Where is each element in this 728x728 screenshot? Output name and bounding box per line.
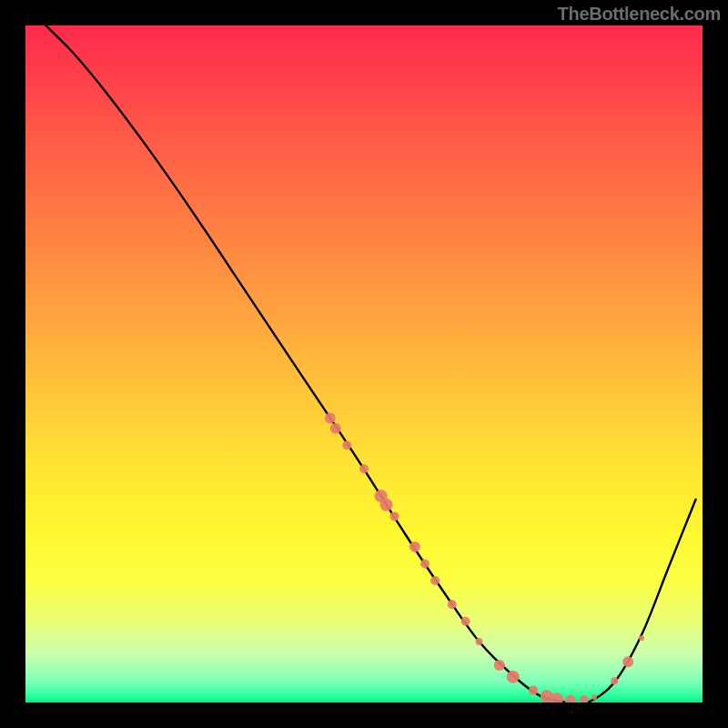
watermark-text: TheBottleneck.com — [558, 4, 721, 25]
scatter-point — [611, 677, 618, 684]
scatter-point — [461, 617, 470, 626]
scatter-point — [580, 695, 589, 703]
scatter-point — [529, 686, 538, 695]
bottleneck-curve — [46, 25, 695, 703]
scatter-point — [359, 464, 369, 473]
scatter-point — [592, 694, 597, 700]
plot-area — [25, 25, 703, 703]
scatter-points — [325, 413, 644, 703]
scatter-point — [622, 656, 633, 667]
scatter-point — [448, 600, 457, 609]
scatter-point — [389, 511, 399, 521]
chart-svg — [25, 25, 703, 703]
scatter-point — [494, 660, 505, 671]
scatter-point — [565, 695, 576, 703]
scatter-point — [430, 576, 440, 585]
scatter-point — [325, 413, 336, 424]
scatter-point — [639, 635, 644, 641]
scatter-point — [342, 440, 351, 450]
scatter-point — [380, 499, 393, 511]
scatter-point — [410, 541, 420, 552]
scatter-point — [475, 638, 482, 645]
scatter-point — [420, 559, 430, 568]
chart-container: TheBottleneck.com — [0, 0, 728, 728]
scatter-point — [330, 423, 341, 434]
scatter-point — [507, 671, 520, 683]
